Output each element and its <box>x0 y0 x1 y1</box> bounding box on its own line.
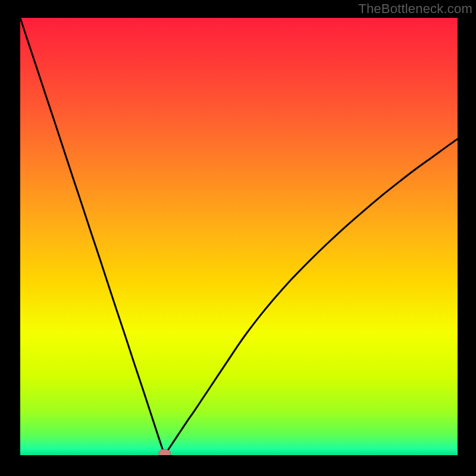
minimum-marker <box>159 449 171 455</box>
chart-frame: TheBottleneck.com <box>0 0 476 476</box>
gradient-background <box>20 18 458 455</box>
bottleneck-curve-chart <box>20 18 458 455</box>
plot-area <box>20 18 458 455</box>
watermark-text: TheBottleneck.com <box>358 1 472 17</box>
